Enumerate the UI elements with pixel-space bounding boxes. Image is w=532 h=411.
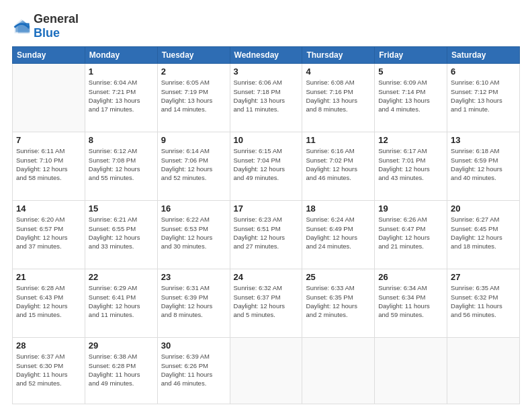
calendar-cell: 7Sunrise: 6:11 AM Sunset: 7:10 PM Daylig…	[13, 132, 85, 201]
day-number: 7	[16, 135, 81, 145]
day-number: 24	[234, 272, 299, 282]
day-info: Sunrise: 6:23 AM Sunset: 6:51 PM Dayligh…	[234, 215, 299, 250]
weekday-header-monday: Monday	[85, 47, 157, 64]
day-number: 21	[16, 272, 81, 282]
day-number: 23	[161, 272, 226, 282]
calendar-week-row: 14Sunrise: 6:20 AM Sunset: 6:57 PM Dayli…	[13, 201, 520, 269]
weekday-header-tuesday: Tuesday	[157, 47, 230, 64]
calendar-cell: 2Sunrise: 6:05 AM Sunset: 7:19 PM Daylig…	[157, 64, 230, 132]
day-info: Sunrise: 6:22 AM Sunset: 6:53 PM Dayligh…	[161, 215, 226, 250]
day-number: 5	[378, 66, 443, 77]
calendar-cell: 22Sunrise: 6:29 AM Sunset: 6:41 PM Dayli…	[85, 269, 157, 338]
day-info: Sunrise: 6:17 AM Sunset: 7:01 PM Dayligh…	[378, 146, 443, 182]
day-number: 4	[306, 66, 371, 77]
logo-blue: Blue	[34, 26, 60, 40]
weekday-header-saturday: Saturday	[447, 47, 520, 64]
calendar-cell	[447, 338, 520, 404]
weekday-header-wednesday: Wednesday	[230, 47, 302, 64]
day-number: 25	[306, 272, 371, 282]
calendar-week-row: 21Sunrise: 6:28 AM Sunset: 6:43 PM Dayli…	[13, 269, 520, 338]
page: General Blue SundayMondayTuesdayWednesda…	[0, 0, 532, 411]
day-info: Sunrise: 6:32 AM Sunset: 6:37 PM Dayligh…	[234, 283, 299, 319]
calendar-cell	[302, 338, 375, 404]
day-info: Sunrise: 6:21 AM Sunset: 6:55 PM Dayligh…	[89, 215, 154, 250]
day-info: Sunrise: 6:34 AM Sunset: 6:34 PM Dayligh…	[378, 283, 443, 319]
day-number: 20	[451, 203, 516, 214]
calendar-cell: 29Sunrise: 6:38 AM Sunset: 6:28 PM Dayli…	[85, 338, 157, 404]
calendar-cell: 6Sunrise: 6:10 AM Sunset: 7:12 PM Daylig…	[447, 64, 520, 132]
day-info: Sunrise: 6:05 AM Sunset: 7:19 PM Dayligh…	[161, 78, 226, 113]
day-info: Sunrise: 6:15 AM Sunset: 7:04 PM Dayligh…	[234, 146, 299, 182]
day-number: 16	[161, 203, 226, 214]
calendar-cell: 24Sunrise: 6:32 AM Sunset: 6:37 PM Dayli…	[230, 269, 302, 338]
calendar-cell: 28Sunrise: 6:37 AM Sunset: 6:30 PM Dayli…	[13, 338, 85, 404]
calendar-cell: 25Sunrise: 6:33 AM Sunset: 6:35 PM Dayli…	[302, 269, 375, 338]
day-info: Sunrise: 6:39 AM Sunset: 6:26 PM Dayligh…	[161, 352, 226, 387]
day-info: Sunrise: 6:18 AM Sunset: 6:59 PM Dayligh…	[451, 146, 516, 182]
day-number: 1	[89, 66, 154, 77]
calendar-cell: 17Sunrise: 6:23 AM Sunset: 6:51 PM Dayli…	[230, 201, 302, 269]
day-number: 28	[16, 340, 81, 351]
calendar-cell: 13Sunrise: 6:18 AM Sunset: 6:59 PM Dayli…	[447, 132, 520, 201]
calendar-cell: 21Sunrise: 6:28 AM Sunset: 6:43 PM Dayli…	[13, 269, 85, 338]
calendar-cell: 4Sunrise: 6:08 AM Sunset: 7:16 PM Daylig…	[302, 64, 375, 132]
weekday-header-row: SundayMondayTuesdayWednesdayThursdayFrid…	[13, 47, 520, 64]
day-info: Sunrise: 6:29 AM Sunset: 6:41 PM Dayligh…	[89, 283, 154, 319]
day-info: Sunrise: 6:08 AM Sunset: 7:16 PM Dayligh…	[306, 78, 371, 113]
day-info: Sunrise: 6:38 AM Sunset: 6:28 PM Dayligh…	[89, 352, 154, 387]
logo: General Blue	[12, 12, 79, 40]
day-number: 29	[89, 340, 154, 351]
day-number: 26	[378, 272, 443, 282]
calendar-cell: 11Sunrise: 6:16 AM Sunset: 7:02 PM Dayli…	[302, 132, 375, 201]
day-info: Sunrise: 6:37 AM Sunset: 6:30 PM Dayligh…	[16, 352, 81, 387]
calendar-cell: 19Sunrise: 6:26 AM Sunset: 6:47 PM Dayli…	[375, 201, 447, 269]
day-number: 13	[451, 135, 516, 145]
day-number: 8	[89, 135, 154, 145]
day-number: 2	[161, 66, 226, 77]
calendar-cell: 9Sunrise: 6:14 AM Sunset: 7:06 PM Daylig…	[157, 132, 230, 201]
day-info: Sunrise: 6:26 AM Sunset: 6:47 PM Dayligh…	[378, 215, 443, 250]
calendar-cell: 27Sunrise: 6:35 AM Sunset: 6:32 PM Dayli…	[447, 269, 520, 338]
day-number: 19	[378, 203, 443, 214]
calendar-week-row: 28Sunrise: 6:37 AM Sunset: 6:30 PM Dayli…	[13, 338, 520, 404]
calendar-cell: 16Sunrise: 6:22 AM Sunset: 6:53 PM Dayli…	[157, 201, 230, 269]
day-info: Sunrise: 6:16 AM Sunset: 7:02 PM Dayligh…	[306, 146, 371, 182]
header: General Blue	[12, 12, 520, 40]
day-number: 22	[89, 272, 154, 282]
day-info: Sunrise: 6:31 AM Sunset: 6:39 PM Dayligh…	[161, 283, 226, 319]
day-info: Sunrise: 6:28 AM Sunset: 6:43 PM Dayligh…	[16, 283, 81, 319]
day-info: Sunrise: 6:33 AM Sunset: 6:35 PM Dayligh…	[306, 283, 371, 319]
calendar-cell: 8Sunrise: 6:12 AM Sunset: 7:08 PM Daylig…	[85, 132, 157, 201]
logo-icon	[12, 17, 31, 36]
day-number: 14	[16, 203, 81, 214]
calendar-cell: 20Sunrise: 6:27 AM Sunset: 6:45 PM Dayli…	[447, 201, 520, 269]
calendar-cell	[375, 338, 447, 404]
day-number: 11	[306, 135, 371, 145]
day-number: 15	[89, 203, 154, 214]
calendar-cell: 26Sunrise: 6:34 AM Sunset: 6:34 PM Dayli…	[375, 269, 447, 338]
calendar-cell: 18Sunrise: 6:24 AM Sunset: 6:49 PM Dayli…	[302, 201, 375, 269]
weekday-header-thursday: Thursday	[302, 47, 375, 64]
day-info: Sunrise: 6:09 AM Sunset: 7:14 PM Dayligh…	[378, 78, 443, 113]
day-info: Sunrise: 6:11 AM Sunset: 7:10 PM Dayligh…	[16, 146, 81, 182]
calendar-cell: 23Sunrise: 6:31 AM Sunset: 6:39 PM Dayli…	[157, 269, 230, 338]
day-number: 18	[306, 203, 371, 214]
day-info: Sunrise: 6:14 AM Sunset: 7:06 PM Dayligh…	[161, 146, 226, 182]
day-info: Sunrise: 6:24 AM Sunset: 6:49 PM Dayligh…	[306, 215, 371, 250]
calendar-cell	[13, 64, 85, 132]
day-number: 9	[161, 135, 226, 145]
weekday-header-friday: Friday	[375, 47, 447, 64]
day-info: Sunrise: 6:12 AM Sunset: 7:08 PM Dayligh…	[89, 146, 154, 182]
day-info: Sunrise: 6:04 AM Sunset: 7:21 PM Dayligh…	[89, 78, 154, 113]
logo-general: General	[34, 12, 79, 26]
weekday-header-sunday: Sunday	[13, 47, 85, 64]
day-info: Sunrise: 6:06 AM Sunset: 7:18 PM Dayligh…	[234, 78, 299, 113]
calendar-cell: 10Sunrise: 6:15 AM Sunset: 7:04 PM Dayli…	[230, 132, 302, 201]
calendar-cell: 1Sunrise: 6:04 AM Sunset: 7:21 PM Daylig…	[85, 64, 157, 132]
calendar-cell: 14Sunrise: 6:20 AM Sunset: 6:57 PM Dayli…	[13, 201, 85, 269]
calendar-week-row: 7Sunrise: 6:11 AM Sunset: 7:10 PM Daylig…	[13, 132, 520, 201]
logo-text: General Blue	[34, 12, 79, 40]
day-info: Sunrise: 6:20 AM Sunset: 6:57 PM Dayligh…	[16, 215, 81, 250]
calendar-table: SundayMondayTuesdayWednesdayThursdayFrid…	[12, 46, 520, 404]
day-info: Sunrise: 6:35 AM Sunset: 6:32 PM Dayligh…	[451, 283, 516, 319]
